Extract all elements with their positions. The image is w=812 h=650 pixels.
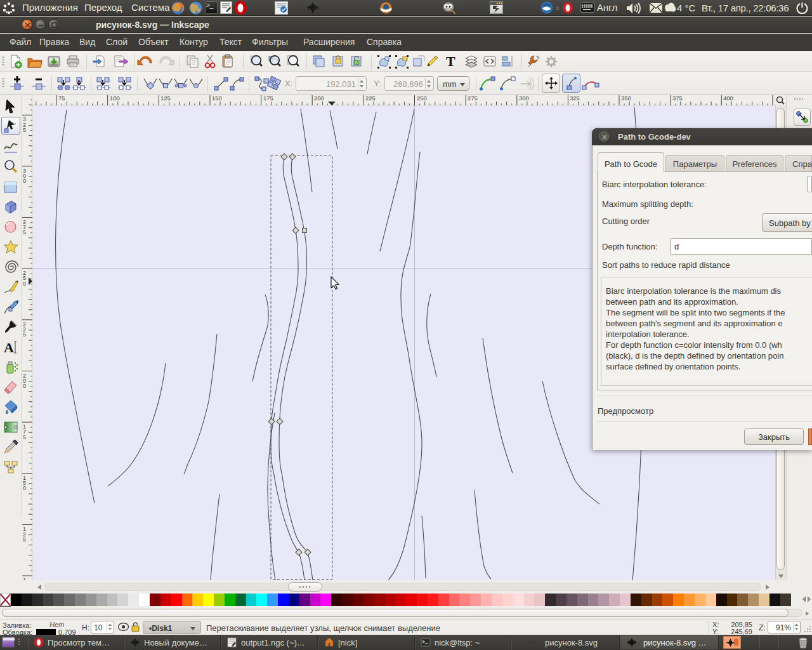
svg-text:175: 175 bbox=[263, 95, 273, 102]
svg-text:325: 325 bbox=[570, 95, 580, 102]
svg-text:300: 300 bbox=[519, 95, 529, 102]
svg-text:5: 5 bbox=[23, 127, 26, 133]
svg-text:5: 5 bbox=[23, 229, 26, 235]
svg-text:5: 5 bbox=[23, 331, 26, 338]
svg-text:5: 5 bbox=[23, 434, 26, 441]
svg-text:250: 250 bbox=[417, 95, 427, 102]
svg-text:1: 1 bbox=[23, 577, 26, 580]
svg-text:125: 125 bbox=[160, 95, 171, 102]
svg-text:0: 0 bbox=[23, 281, 26, 287]
svg-text:A: A bbox=[4, 340, 14, 355]
svg-text:100: 100 bbox=[110, 95, 120, 102]
svg-text:400: 400 bbox=[723, 95, 733, 102]
svg-text:225: 225 bbox=[365, 95, 376, 102]
svg-text:5: 5 bbox=[23, 536, 26, 543]
svg-text:275: 275 bbox=[468, 95, 478, 102]
svg-text:0: 0 bbox=[23, 178, 26, 184]
svg-text:200: 200 bbox=[314, 95, 324, 102]
svg-text:150: 150 bbox=[212, 95, 222, 102]
svg-text:350: 350 bbox=[621, 95, 631, 102]
svg-text:75: 75 bbox=[58, 95, 65, 102]
svg-text:0: 0 bbox=[23, 383, 26, 389]
svg-text:0: 0 bbox=[23, 485, 26, 491]
svg-text:375: 375 bbox=[672, 95, 683, 102]
